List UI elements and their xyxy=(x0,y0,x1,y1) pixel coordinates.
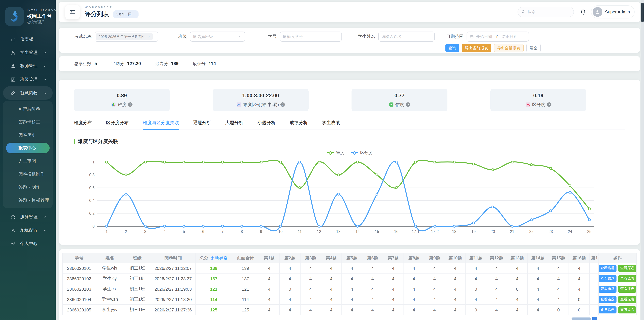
cell-question-8: 4 xyxy=(404,294,424,304)
update-anomaly-link[interactable]: 更新异常 xyxy=(210,255,228,260)
calendar-icon xyxy=(470,34,474,39)
search-input[interactable]: 搜索... xyxy=(518,7,574,17)
cell-question-3: 4 xyxy=(300,304,321,315)
help-icon[interactable]: ? xyxy=(406,102,410,107)
cell-question-12: 4 xyxy=(486,294,507,304)
view-wrong-questions-button[interactable]: 查看错题 xyxy=(598,265,617,272)
section-title-bar xyxy=(74,139,75,144)
user-menu[interactable]: Super Admin xyxy=(591,5,634,19)
help-icon[interactable]: ? xyxy=(547,102,551,107)
sidebar-item-服务管理[interactable]: 服务管理 xyxy=(0,210,56,223)
cell-question-11: 0 xyxy=(466,304,486,315)
svg-text:5: 5 xyxy=(183,229,185,234)
view-original-paper-button[interactable]: 查看原卷 xyxy=(618,275,636,282)
tab-成绩分析[interactable]: 成绩分析 xyxy=(290,120,308,130)
sidebar-item-仪表板[interactable]: 仪表板 xyxy=(0,33,56,46)
cell-question-10: 4 xyxy=(445,294,466,304)
cell-name: 学生cjx xyxy=(96,284,124,294)
cell-grading-time: 2026/2/27 11:19:03 xyxy=(151,284,196,294)
horizontal-scrollbar-button[interactable] xyxy=(592,317,598,320)
legend-item-难度[interactable]: 难度 xyxy=(327,150,344,156)
cell-question-4: 4 xyxy=(321,273,342,284)
col-question-6: 第6题 xyxy=(362,253,383,263)
view-original-paper-button[interactable]: 查看原卷 xyxy=(618,265,636,272)
help-icon[interactable]: ? xyxy=(128,102,132,107)
page-title: 评分列表 xyxy=(85,10,109,18)
export-current-button[interactable]: 导出当前报表 xyxy=(462,44,491,52)
cell-question-1: 4 xyxy=(259,273,280,284)
tab-难度分布[interactable]: 难度分布 xyxy=(74,120,92,130)
legend-item-区分度[interactable]: 区分度 xyxy=(351,150,372,156)
sidebar-item-系统配置[interactable]: 系统配置 xyxy=(0,223,56,237)
view-wrong-questions-button[interactable]: 查看错题 xyxy=(598,296,617,303)
cell-question-8: 4 xyxy=(404,284,424,294)
header-right: 搜索... Super Admin xyxy=(518,5,634,19)
sidebar-subitem-答题卡模板管理[interactable]: 答题卡模板管理 xyxy=(3,194,53,207)
stat-item: 总学生数:5 xyxy=(74,61,97,67)
sidebar-subitem-答题卡校正[interactable]: 答题卡校正 xyxy=(3,115,53,129)
view-original-paper-button[interactable]: 查看原卷 xyxy=(618,296,636,303)
cell-question-9: 4 xyxy=(424,294,445,304)
sidebar-fold-button[interactable] xyxy=(65,5,80,19)
help-icon[interactable]: ? xyxy=(280,102,285,107)
tab-大题分析[interactable]: 大题分析 xyxy=(225,120,243,130)
view-wrong-questions-button[interactable]: 查看错题 xyxy=(598,306,617,313)
cell-question-16: 0 xyxy=(569,294,590,304)
svg-text:7: 7 xyxy=(221,229,224,234)
tab-逐题分析[interactable]: 逐题分析 xyxy=(193,120,211,130)
view-original-paper-button[interactable]: 查看原卷 xyxy=(618,285,636,292)
sidebar-subitem-答题卡制作[interactable]: 答题卡制作 xyxy=(3,181,53,194)
cell-question-12: 4 xyxy=(486,273,507,284)
metric-label-row: 信度? xyxy=(389,102,410,108)
vertical-scrollbar-thumb[interactable] xyxy=(641,3,644,22)
student-name-input[interactable]: 请输入姓名 xyxy=(378,32,435,42)
chevron-up-icon xyxy=(43,91,46,95)
horizontal-scrollbar-thumb[interactable] xyxy=(572,317,591,320)
legend-marker-icon xyxy=(351,151,358,155)
cell-question-16: 4 xyxy=(569,273,590,284)
class-label: 班级 xyxy=(178,34,187,40)
view-wrong-questions-button[interactable]: 查看错题 xyxy=(598,285,617,292)
date-range-input[interactable]: 开始日期 至 结束日期 xyxy=(466,32,529,42)
cell-question-14: 4 xyxy=(528,273,548,284)
student-name-label: 学生姓名 xyxy=(358,34,375,40)
class-select[interactable]: 请选择班级 xyxy=(190,32,245,42)
sidebar-item-智慧阅卷[interactable]: 智慧阅卷 xyxy=(3,86,53,100)
cell-question-2: 4 xyxy=(280,273,300,284)
tab-学生成绩[interactable]: 学生成绩 xyxy=(322,120,340,130)
tab-区分度分布[interactable]: 区分度分布 xyxy=(106,120,129,130)
sidebar-item-班级管理[interactable]: 班级管理 xyxy=(0,73,56,86)
sidebar-subitem-阅卷历史[interactable]: 阅卷历史 xyxy=(3,129,53,142)
cell-question-12: 4 xyxy=(486,284,507,294)
query-button[interactable]: 查询 xyxy=(446,44,459,52)
view-original-paper-button[interactable]: 查看原卷 xyxy=(618,306,636,313)
clear-button[interactable]: 清空 xyxy=(526,44,541,52)
exam-name-input[interactable]: 2025-2026学年第一学期期中考试... × xyxy=(94,32,158,42)
sidebar-item-学生管理[interactable]: 学生管理 xyxy=(0,46,56,59)
cell-question-16: 4 xyxy=(569,284,590,294)
sidebar-subitem-AI智慧阅卷[interactable]: AI智慧阅卷 xyxy=(3,102,53,115)
tab-难度与区分度关联[interactable]: 难度与区分度关联 xyxy=(143,120,179,130)
tag-close-icon[interactable]: × xyxy=(148,34,150,39)
svg-text:6: 6 xyxy=(202,229,204,234)
cell-question-4: 4 xyxy=(321,304,342,315)
sidebar-item-个人中心[interactable]: 个人中心 xyxy=(0,237,56,250)
cell-question-5: 4 xyxy=(342,294,362,304)
col-question-11: 第11题 xyxy=(466,253,486,263)
notification-bell-icon[interactable] xyxy=(580,9,586,15)
sidebar-subitem-人工审阅[interactable]: 人工审阅 xyxy=(3,154,53,167)
sidebar-menu-bottom: 服务管理系统配置个人中心 xyxy=(0,210,56,250)
sidebar-subitem-报表中心[interactable]: 报表中心 xyxy=(6,143,50,153)
sidebar-item-label: 学生管理 xyxy=(20,50,38,56)
vertical-scrollbar-track[interactable] xyxy=(641,0,644,320)
sidebar-subitem-阅卷模板制作[interactable]: 阅卷模板制作 xyxy=(3,167,53,181)
cell-actions: 查看错题查看原卷 xyxy=(598,263,636,273)
sidebar-item-教师管理[interactable]: 教师管理 xyxy=(0,59,56,73)
student-id-input[interactable]: 请输入学号 xyxy=(280,32,342,42)
cell-question-14: 4 xyxy=(528,304,548,315)
user-filled-icon xyxy=(10,64,16,69)
tab-小题分析[interactable]: 小题分析 xyxy=(258,120,276,130)
metric-label: 难度 xyxy=(118,102,126,108)
view-wrong-questions-button[interactable]: 查看错题 xyxy=(598,275,617,282)
export-all-button[interactable]: 导出全量报表 xyxy=(494,44,524,52)
